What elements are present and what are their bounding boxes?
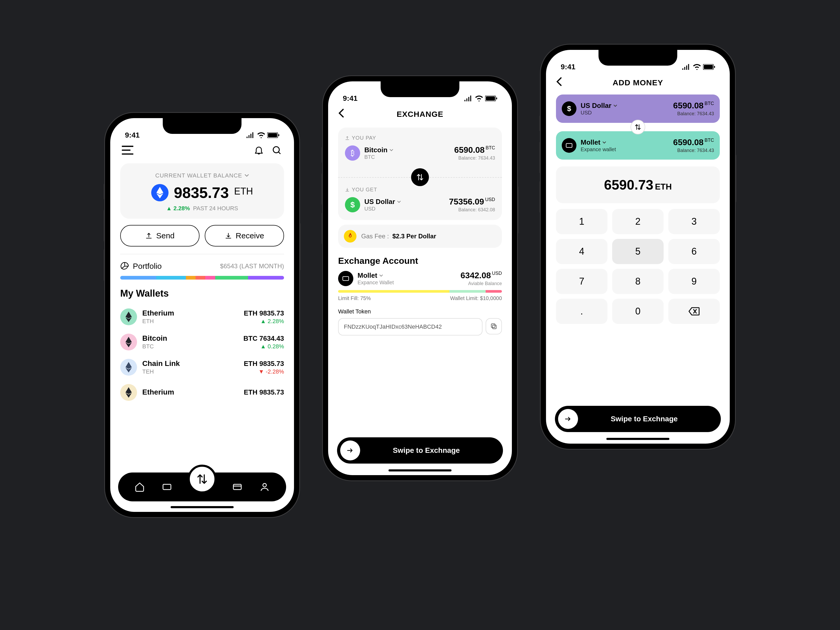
nav-swap-button[interactable] — [188, 465, 216, 494]
wallet-amount: ETH 9835.73 — [244, 388, 284, 396]
keypad-.[interactable]: . — [556, 299, 608, 324]
keypad-0[interactable]: 0 — [612, 299, 663, 324]
keypad-8[interactable]: 8 — [612, 269, 663, 294]
nav-card-icon[interactable] — [231, 480, 244, 494]
wallet-row[interactable]: Bitcoin BTC BTC 7634.43 ▲ 0.28% — [120, 330, 284, 355]
wallet-icon — [562, 138, 576, 153]
keypad-5[interactable]: 5 — [612, 239, 663, 264]
status-time: 9:41 — [561, 63, 575, 71]
wallet-name: Bitcoin — [142, 334, 243, 343]
svg-rect-8 — [486, 96, 495, 101]
wallet-row[interactable]: Chain Link TEH ETH 9835.73 ▼ -2.28% — [120, 355, 284, 380]
menu-icon[interactable] — [122, 144, 133, 156]
balance-unit: ETH — [234, 186, 253, 197]
svg-rect-12 — [491, 324, 495, 328]
keypad-9[interactable]: 9 — [668, 269, 720, 294]
limit-bar — [338, 290, 502, 293]
svg-rect-16 — [566, 144, 572, 147]
balance-change: ▲ 2.28% PAST 24 HOURS — [128, 205, 276, 212]
swipe-exchange-button[interactable]: Swipe to Exchnage — [555, 406, 721, 432]
bell-icon[interactable] — [253, 144, 265, 156]
keypad-1[interactable]: 1 — [556, 209, 608, 234]
back-button[interactable] — [556, 77, 567, 88]
balance-amount: 9835.73 — [174, 184, 229, 201]
keypad-6[interactable]: 6 — [668, 239, 720, 264]
get-row[interactable]: $ US Dollar USD 75356.09USD Balance: 634… — [345, 197, 495, 213]
wallet-row[interactable]: Etherium ETH 9835.73 — [120, 380, 284, 405]
wallet-amount: BTC 7634.43 — [243, 335, 284, 343]
from-card[interactable]: $ US Dollar USD 6590.08BTC Balance: 7634… — [556, 95, 720, 123]
coin-icon — [120, 384, 137, 401]
portfolio-sub: $6543 (LAST MONTH) — [220, 262, 284, 270]
wallet-row[interactable]: Etherium ETH ETH 9835.73 ▲ 2.28% — [120, 304, 284, 330]
status-indicators — [246, 132, 279, 138]
balance-label[interactable]: CURRENT WALLET BALANCE — [155, 172, 249, 179]
wallet-symbol: ETH — [142, 318, 244, 325]
exchange-account-title: Exchange Account — [338, 256, 502, 266]
pay-row[interactable]: ₿ Bitcoin BTC 6590.08BTC Balance: 7634.4… — [345, 145, 495, 161]
wallet-change: ▼ -2.28% — [244, 368, 284, 375]
svg-rect-2 — [278, 134, 279, 136]
status-time: 9:41 — [125, 131, 140, 139]
svg-rect-10 — [343, 277, 349, 281]
upload-icon — [145, 232, 153, 239]
wallet-name: Chain Link — [142, 359, 244, 368]
wallet-symbol: BTC — [142, 343, 243, 350]
upload-icon — [345, 136, 350, 141]
copy-button[interactable] — [486, 318, 502, 335]
you-get-label: YOU GET — [345, 186, 495, 193]
receive-button[interactable]: Receive — [205, 225, 284, 246]
coin-icon — [120, 359, 137, 376]
chevron-down-icon — [613, 104, 617, 107]
wallet-token-input[interactable] — [338, 318, 483, 335]
chevron-down-icon — [397, 201, 401, 203]
send-button[interactable]: Send — [120, 225, 199, 246]
copy-icon — [490, 323, 497, 330]
dollar-icon: $ — [345, 197, 360, 212]
gas-fee-card: Gas Fee : $2.3 Per Dollar — [338, 225, 502, 248]
keypad: 123456789.0 — [556, 209, 720, 324]
wallet-amount: ETH 9835.73 — [244, 360, 284, 368]
coin-icon — [120, 308, 137, 325]
portfolio-row[interactable]: Portfolio $6543 (LAST MONTH) — [120, 262, 284, 271]
backspace-icon — [688, 307, 699, 316]
search-icon[interactable] — [271, 144, 283, 156]
nav-profile-icon[interactable] — [258, 480, 271, 494]
keypad-backspace[interactable] — [668, 299, 720, 324]
swipe-exchange-button[interactable]: Swipe to Exchnage — [337, 437, 503, 464]
svg-point-6 — [263, 483, 266, 487]
limit-fill-label: Limit Fill: 75% — [338, 295, 371, 302]
svg-rect-1 — [268, 133, 277, 137]
swap-button[interactable] — [411, 168, 429, 186]
svg-rect-4 — [163, 484, 171, 489]
keypad-2[interactable]: 2 — [612, 209, 663, 234]
exchange-card: YOU PAY ₿ Bitcoin BTC 6590.08BTC Balance… — [338, 128, 502, 220]
coin-icon — [120, 334, 137, 351]
keypad-4[interactable]: 4 — [556, 239, 608, 264]
account-row[interactable]: Mollet Expance Wallet 6342.08USD Aviable… — [338, 271, 502, 286]
keypad-3[interactable]: 3 — [668, 209, 720, 234]
balance-card: CURRENT WALLET BALANCE 9835.73 ETH ▲ 2.2… — [120, 163, 284, 219]
swap-button[interactable] — [630, 120, 645, 134]
wallet-limit-label: Wallet Limit: $10,0000 — [450, 295, 502, 302]
wallet-name: Etherium — [142, 388, 244, 396]
back-button[interactable] — [338, 108, 350, 120]
status-indicators — [681, 64, 715, 70]
amount-display: 6590.73ETH — [556, 166, 720, 203]
chevron-down-icon — [245, 174, 249, 177]
pie-icon — [120, 262, 129, 271]
to-card[interactable]: Mollet Expance wallet 6590.08BTC Balance… — [556, 131, 720, 159]
my-wallets-title: My Wallets — [120, 288, 284, 299]
nav-wallet-icon[interactable] — [160, 480, 174, 494]
wallet-amount: ETH 9835.73 — [244, 309, 284, 317]
chevron-down-icon — [390, 149, 393, 152]
bottom-nav — [118, 472, 286, 501]
keypad-7[interactable]: 7 — [556, 269, 608, 294]
wallet-icon — [338, 271, 353, 286]
dollar-icon: $ — [562, 101, 576, 116]
nav-home-icon[interactable] — [133, 480, 146, 494]
wallet-change: ▲ 0.28% — [243, 343, 284, 350]
eth-icon — [151, 184, 169, 201]
home-indicator — [171, 506, 234, 508]
bitcoin-icon: ₿ — [345, 145, 360, 161]
